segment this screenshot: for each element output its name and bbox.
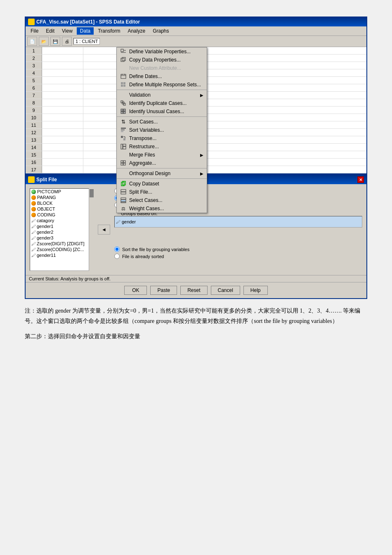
separator-1 xyxy=(117,90,207,90)
menu-define-multiple-response[interactable]: Define Multiple Response Sets... xyxy=(117,81,207,89)
toolbar-open[interactable]: 📂 xyxy=(39,37,49,46)
list-item[interactable]: PARANG xyxy=(30,194,93,200)
radio-sort-file[interactable]: Sort the file by grouping variables xyxy=(114,247,362,252)
identify-unusual-icon xyxy=(120,108,127,115)
menu-define-dates[interactable]: Define Dates... xyxy=(117,72,207,81)
grid-cell[interactable] xyxy=(42,62,83,69)
list-item[interactable]: BLOCK xyxy=(30,200,93,206)
grid-cell[interactable] xyxy=(42,47,83,54)
row-num-11: 11 xyxy=(26,121,42,128)
list-item[interactable]: OBJECT xyxy=(30,206,93,212)
coding-icon xyxy=(31,213,36,217)
list-item[interactable]: 🖊 catagory xyxy=(30,218,93,223)
menu-analyze[interactable]: Analyze xyxy=(124,27,149,35)
ok-button[interactable]: OK xyxy=(124,286,147,295)
transpose-label: Transpose... xyxy=(129,135,156,141)
row-num-13: 13 xyxy=(26,136,42,143)
list-item[interactable]: 🖊 gender2 xyxy=(30,229,93,235)
menu-copy-dataset[interactable]: Copy Dataset xyxy=(117,180,207,188)
menu-transform[interactable]: Transform xyxy=(94,27,123,35)
listbox-scrollbar[interactable] xyxy=(89,188,94,271)
svg-rect-34 xyxy=(121,190,126,192)
toolbar-new[interactable]: 📄 xyxy=(27,37,37,46)
var-catagory: catagory xyxy=(37,218,54,223)
menu-select-cases[interactable]: Select Cases... xyxy=(117,196,207,204)
list-item[interactable]: 🖊 gender3 xyxy=(30,235,93,241)
menu-sort-cases[interactable]: ⇅ Sort Cases... xyxy=(117,118,207,126)
radio-already-sorted-input[interactable] xyxy=(114,254,120,259)
svg-rect-4 xyxy=(122,57,125,61)
radio-already-sorted-label: File is already sorted xyxy=(122,254,164,259)
menu-restructure[interactable]: Restructure... xyxy=(117,142,207,151)
menu-data[interactable]: Data xyxy=(77,27,94,35)
orthogonal-icon xyxy=(120,170,127,177)
menu-view[interactable]: View xyxy=(59,27,76,35)
row-num-8: 8 xyxy=(26,99,42,106)
row-num-17: 17 xyxy=(26,166,42,173)
grid-cell[interactable] xyxy=(42,114,83,121)
grid-cell[interactable] xyxy=(42,121,83,128)
menu-copy-data-properties[interactable]: Copy Data Properties... xyxy=(117,56,207,64)
toolbar-print[interactable]: 🖨 xyxy=(62,37,72,46)
grid-cell[interactable] xyxy=(42,136,83,143)
help-button[interactable]: Help xyxy=(243,286,268,295)
menu-orthogonal-design[interactable]: Orthogonal Design ▶ xyxy=(117,169,207,178)
list-item[interactable]: 🖊 Zscore(DIGIT) [ZDIGIT] xyxy=(30,241,93,247)
row-num-3: 3 xyxy=(26,62,42,69)
scrollbar-thumb[interactable] xyxy=(90,189,94,197)
grid-cell[interactable] xyxy=(42,151,83,158)
list-item[interactable]: 🖊 Zscore(CODING) [ZC... xyxy=(30,247,93,252)
var-parang: PARANG xyxy=(37,195,56,200)
grid-cell[interactable] xyxy=(42,84,83,91)
menu-edit[interactable]: Edit xyxy=(43,27,58,35)
menu-identify-duplicate-cases[interactable]: Identify Duplicate Cases... xyxy=(117,99,207,107)
menu-identify-unusual-cases[interactable]: Identify Unusual Cases... xyxy=(117,107,207,116)
grid-cell[interactable] xyxy=(42,92,83,99)
new-attr-icon xyxy=(120,65,127,71)
list-item[interactable]: PICTCOMP xyxy=(30,189,93,194)
copy-dataset-label: Copy Dataset xyxy=(129,181,159,187)
radio-already-sorted[interactable]: File is already sorted xyxy=(114,254,362,259)
menu-new-custom-attribute[interactable]: New Custom Attribute... xyxy=(117,64,207,72)
groups-based-box[interactable]: 🖊 gender xyxy=(114,216,362,228)
grid-cell[interactable] xyxy=(42,99,83,106)
svg-rect-30 xyxy=(121,163,123,165)
grid-cell[interactable] xyxy=(42,144,83,151)
spss-menubar: File Edit View Data Transform Analyze Gr… xyxy=(26,26,366,36)
variable-listbox[interactable]: PICTCOMP PARANG BLOCK OBJECT xyxy=(30,188,94,271)
menu-define-variable-properties[interactable]: Define Variable Properties... xyxy=(117,47,207,56)
cancel-button[interactable]: Cancel xyxy=(211,286,240,295)
toolbar-save[interactable]: 💾 xyxy=(50,37,60,46)
menu-merge-files[interactable]: Merge Files ▶ xyxy=(117,151,207,159)
list-item[interactable]: CODING xyxy=(30,212,93,218)
grid-cell[interactable] xyxy=(42,77,83,84)
grid-cell[interactable] xyxy=(42,69,83,76)
define-multiple-response-label: Define Multiple Response Sets... xyxy=(129,82,201,88)
svg-rect-11 xyxy=(121,85,123,87)
menu-transpose[interactable]: Transpose... xyxy=(117,134,207,142)
reset-button[interactable]: Reset xyxy=(180,286,207,295)
list-item[interactable]: 🖊 gender1 xyxy=(30,223,93,229)
grid-cell[interactable] xyxy=(42,159,83,166)
radio-sort-file-input[interactable] xyxy=(114,247,120,252)
grid-cell[interactable] xyxy=(42,107,83,114)
status-bar: Current Status: Analysis by groups is of… xyxy=(26,275,366,282)
grid-cell[interactable] xyxy=(42,166,83,173)
menu-sort-variables[interactable]: Sort Variables... xyxy=(117,126,207,134)
list-item[interactable]: 🖊 gender11 xyxy=(30,252,93,258)
transfer-button[interactable]: ◄ xyxy=(98,225,110,235)
menu-validation[interactable]: Validation ▶ xyxy=(117,91,207,99)
menu-graphs[interactable]: Graphs xyxy=(149,27,172,35)
transfer-area: ◄ xyxy=(98,188,110,271)
aggregate-icon xyxy=(120,160,127,166)
menu-aggregate[interactable]: Aggregate... xyxy=(117,159,207,167)
menu-split-file[interactable]: Split File... xyxy=(117,188,207,196)
identify-duplicate-icon xyxy=(120,100,127,107)
grid-cell[interactable] xyxy=(42,55,83,62)
menu-file[interactable]: File xyxy=(27,27,42,35)
dialog-close-button[interactable]: ✕ xyxy=(357,176,364,183)
paste-button[interactable]: Paste xyxy=(150,286,177,295)
menu-weight-cases[interactable]: ⚖ Weight Cases... xyxy=(117,204,207,213)
separator-3 xyxy=(117,168,207,168)
grid-cell[interactable] xyxy=(42,129,83,136)
